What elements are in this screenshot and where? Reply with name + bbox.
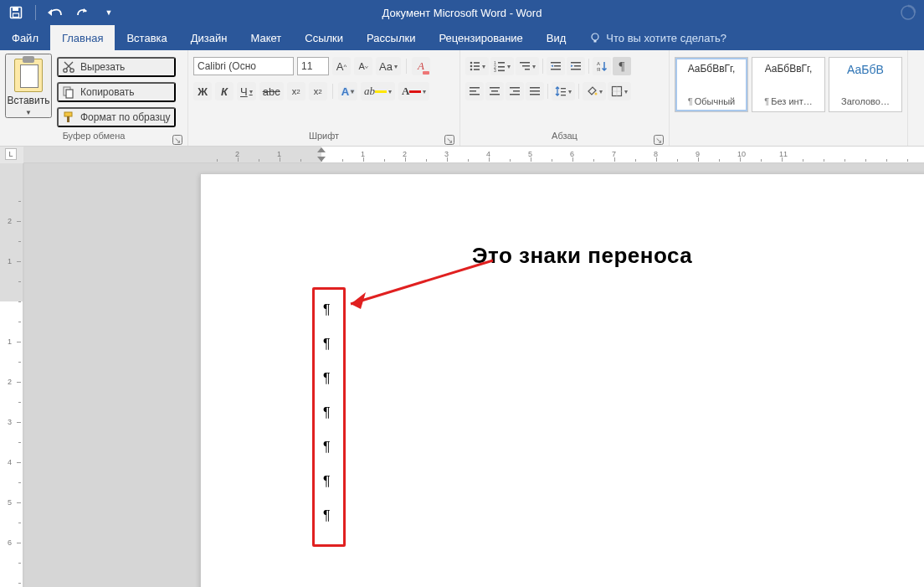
svg-text:Я: Я [597, 67, 600, 72]
svg-rect-33 [571, 69, 581, 70]
tab-mailings[interactable]: Рассылки [355, 25, 427, 50]
shading-button[interactable] [583, 82, 606, 100]
font-dialog-launcher[interactable]: ↘ [444, 135, 454, 145]
redo-button[interactable] [71, 3, 93, 23]
tab-stop-selector[interactable]: L [5, 148, 17, 160]
undo-icon [46, 7, 64, 18]
tab-review[interactable]: Рецензирование [427, 25, 534, 50]
style-no-spacing[interactable]: АаБбВвГг, ¶Без инт… [752, 57, 825, 112]
strikethrough-button[interactable]: abc [259, 82, 284, 100]
tab-references[interactable]: Ссылки [293, 25, 355, 50]
sort-button[interactable]: AЯ [593, 57, 611, 75]
font-color-button[interactable]: A [398, 82, 429, 100]
svg-rect-41 [490, 94, 500, 95]
paste-button[interactable]: Вставить ▼ [5, 54, 52, 118]
title-bar: ▼ Документ Microsoft Word - Word [0, 0, 924, 25]
svg-rect-14 [474, 62, 480, 64]
page: ¶¶¶¶¶¶¶ [200, 173, 924, 587]
bold-button[interactable]: Ж [193, 82, 212, 100]
align-center-button[interactable] [485, 82, 504, 100]
group-styles: АаБбВвГг, ¶Обычный АаБбВвГг, ¶Без инт… А… [670, 50, 908, 146]
tab-view[interactable]: Вид [535, 25, 578, 50]
numbered-list-button[interactable]: 123 [490, 57, 514, 75]
subscript-button[interactable]: x2 [287, 82, 305, 100]
copy-button[interactable]: Копировать [57, 82, 176, 102]
tell-me[interactable]: Что вы хотите сделать? [578, 25, 726, 50]
align-left-icon [469, 85, 480, 97]
highlight-button[interactable]: ab [361, 82, 395, 100]
align-justify-icon [529, 85, 541, 97]
svg-rect-27 [525, 69, 530, 70]
horizontal-ruler[interactable]: 211234567891011 [23, 147, 924, 163]
svg-rect-32 [574, 65, 581, 67]
clipboard-dialog-launcher[interactable]: ↘ [172, 135, 182, 145]
italic-button[interactable]: К [215, 82, 234, 100]
save-button[interactable] [5, 3, 27, 23]
group-font: A^ A^ Aa A Ж К Ч abc x2 x2 [188, 50, 460, 146]
line-spacing-icon [555, 85, 567, 97]
save-icon [9, 6, 23, 19]
align-left-button[interactable] [465, 82, 484, 100]
style-normal[interactable]: АаБбВвГг, ¶Обычный [675, 57, 748, 112]
svg-rect-31 [571, 62, 581, 64]
undo-button[interactable] [44, 3, 66, 23]
increase-indent-button[interactable] [567, 57, 585, 75]
scissors-icon [62, 60, 75, 74]
svg-text:A: A [597, 61, 600, 66]
line-spacing-button[interactable] [552, 82, 575, 100]
svg-rect-36 [470, 87, 480, 89]
change-case-button[interactable]: Aa [376, 57, 401, 75]
svg-rect-28 [551, 62, 561, 64]
bullet-list-button[interactable] [465, 57, 489, 75]
tab-insert[interactable]: Вставка [115, 25, 178, 50]
caret-down-icon: ^ [365, 63, 368, 70]
tell-me-placeholder: Что вы хотите сделать? [606, 32, 726, 44]
font-family-combo[interactable] [193, 57, 294, 75]
style-heading1[interactable]: АаБбВ Заголово… [829, 57, 902, 112]
svg-rect-44 [510, 94, 520, 95]
borders-button[interactable] [608, 82, 631, 100]
svg-rect-40 [491, 90, 498, 92]
qat-customize-button[interactable]: ▼ [98, 3, 120, 23]
paragraph-dialog-launcher[interactable]: ↘ [654, 135, 664, 145]
format-painter-button[interactable]: Формат по образцу [57, 107, 176, 127]
sort-icon: AЯ [596, 60, 608, 72]
tab-design[interactable]: Дизайн [179, 25, 239, 50]
underline-button[interactable]: Ч [237, 82, 256, 100]
bullet-list-icon [469, 60, 480, 72]
multilevel-list-icon [519, 60, 531, 72]
multilevel-list-button[interactable] [516, 57, 539, 75]
svg-rect-45 [530, 87, 540, 89]
svg-rect-38 [470, 94, 480, 95]
decrease-indent-button[interactable] [547, 57, 565, 75]
svg-rect-10 [64, 112, 72, 116]
font-size-combo[interactable] [297, 57, 329, 75]
shrink-font-button[interactable]: A^ [354, 57, 372, 75]
cut-label: Вырезать [80, 61, 125, 73]
svg-rect-20 [498, 62, 505, 64]
svg-rect-11 [67, 116, 69, 122]
separator [588, 59, 589, 74]
svg-rect-1 [13, 8, 18, 11]
paragraph-marks: ¶¶¶¶¶¶¶ [323, 303, 331, 523]
document-canvas[interactable]: ¶¶¶¶¶¶¶ Это знаки переноса [23, 163, 924, 587]
superscript-button[interactable]: x2 [309, 82, 327, 100]
align-justify-button[interactable] [526, 82, 544, 100]
clear-formatting-button[interactable]: A [412, 57, 430, 75]
tab-layout[interactable]: Макет [239, 25, 293, 50]
cut-button[interactable]: Вырезать [57, 57, 176, 77]
svg-rect-22 [498, 66, 505, 68]
group-paragraph-label: Абзац [552, 131, 578, 141]
text-effects-button[interactable]: A [338, 82, 357, 100]
group-clipboard: Вставить ▼ Вырезать Ко [0, 50, 188, 146]
tab-home[interactable]: Главная [50, 25, 115, 50]
vertical-ruler[interactable]: 21123456 [0, 163, 23, 587]
svg-rect-49 [561, 91, 566, 92]
svg-point-51 [595, 93, 598, 95]
grow-font-button[interactable]: A^ [332, 57, 351, 75]
align-right-button[interactable] [506, 82, 524, 100]
tab-file[interactable]: Файл [0, 25, 50, 50]
qat-separator [35, 5, 36, 20]
separator [332, 84, 333, 99]
show-hide-marks-button[interactable]: ¶ [613, 57, 631, 75]
